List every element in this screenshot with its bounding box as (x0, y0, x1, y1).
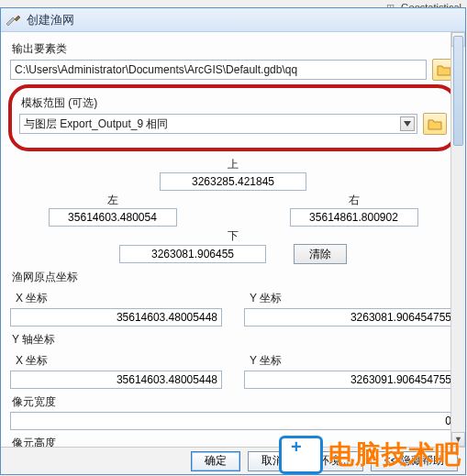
origin-x-input[interactable] (10, 308, 222, 327)
cell-width-section: 像元宽度 (10, 394, 456, 430)
template-extent-value: 与图层 Export_Output_9 相同 (24, 117, 168, 130)
origin-y-label: Y 坐标 (250, 291, 456, 306)
button-bar: 确定 取消 环境... << 隐藏帮助 (1, 447, 465, 474)
yaxis-section: Y 轴坐标 X 坐标 Y 坐标 (10, 332, 456, 389)
extent-top-label: 上 (10, 157, 456, 172)
cell-height-section: 像元高度 (10, 436, 456, 447)
extent-bottom-input[interactable] (119, 245, 266, 263)
scroll-down-icon[interactable]: ▼ (451, 432, 465, 447)
titlebar[interactable]: 创建渔网 (1, 8, 465, 32)
output-path-input[interactable] (10, 60, 427, 80)
clear-extent-button[interactable]: 清除 (294, 244, 347, 264)
yaxis-y-input[interactable] (244, 371, 456, 389)
cancel-button[interactable]: 取消 (248, 451, 297, 471)
yaxis-section-label: Y 轴坐标 (12, 332, 456, 348)
extent-left-label: 左 (10, 193, 215, 208)
extent-right-input[interactable] (290, 208, 418, 227)
cell-width-label: 像元宽度 (12, 394, 456, 410)
extent-right-label: 右 (251, 193, 456, 208)
origin-section-label: 渔网原点坐标 (12, 270, 456, 285)
origin-x-label: X 坐标 (16, 291, 222, 306)
hide-help-button[interactable]: << 隐藏帮助 (371, 451, 458, 471)
template-extent-combo[interactable]: 与图层 Export_Output_9 相同 (19, 114, 417, 134)
cell-width-input[interactable] (10, 412, 456, 430)
extent-bottom-label: 下 (10, 228, 456, 244)
origin-y-input[interactable] (244, 308, 456, 327)
window-title: 创建渔网 (27, 12, 74, 28)
highlighted-template-section: 模板范围 (可选) 与图层 Export_Output_9 相同 (8, 84, 458, 151)
environments-button[interactable]: 环境... (305, 451, 363, 471)
extent-top-input[interactable] (160, 172, 306, 191)
extent-section: 上 左 右 下 清除 (10, 157, 456, 264)
yaxis-y-label: Y 坐标 (250, 353, 456, 369)
vertical-scrollbar[interactable]: ▲ ▼ (450, 32, 465, 447)
chevron-down-icon[interactable] (400, 116, 415, 131)
yaxis-x-label: X 坐标 (16, 353, 222, 369)
dialog-window: 创建渔网 输出要素类 模板范围 (可选) 与图层 Export_Output_9… (0, 7, 466, 475)
extent-left-input[interactable] (49, 208, 177, 227)
template-extent-label: 模板范围 (可选) (21, 95, 447, 111)
scroll-thumb[interactable] (453, 36, 463, 146)
content-area: 输出要素类 模板范围 (可选) 与图层 Export_Output_9 相同 (1, 32, 465, 447)
tool-icon (6, 13, 21, 28)
origin-section: 渔网原点坐标 X 坐标 Y 坐标 (10, 270, 456, 327)
browse-template-button[interactable] (423, 113, 447, 135)
yaxis-x-input[interactable] (10, 371, 222, 389)
output-label: 输出要素类 (12, 41, 456, 57)
cell-height-label: 像元高度 (12, 436, 456, 447)
ok-button[interactable]: 确定 (191, 451, 240, 471)
